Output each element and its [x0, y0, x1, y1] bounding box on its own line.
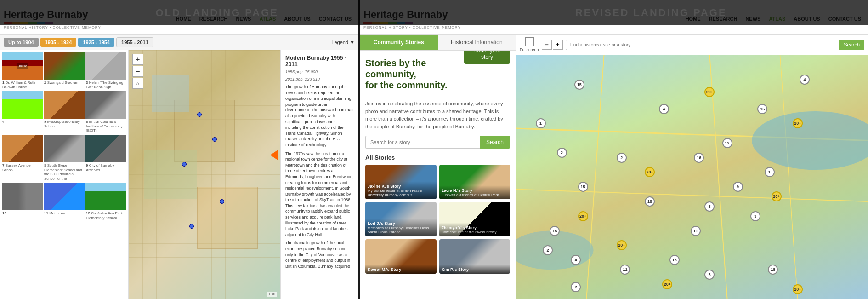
share-story-button[interactable]: Share your story	[464, 51, 510, 64]
water-body-2	[516, 231, 594, 270]
map-pin-2[interactable]	[212, 137, 217, 142]
story-author-kim: Kim P.'s Story	[442, 267, 508, 272]
map-pin-5[interactable]	[189, 224, 194, 229]
map-marker-18[interactable]: 15	[550, 226, 560, 236]
story-title-lorl: Memories of Burnaby Edmonds Lions Santa …	[368, 226, 434, 235]
gallery-item-5[interactable]: 5 Moscrop Secondary School	[44, 91, 85, 134]
story-card-lacie[interactable]: Lacie N.'s Story Fun with old friends at…	[439, 165, 511, 199]
map-search-button[interactable]: Search	[839, 40, 864, 50]
water-body	[752, 111, 868, 170]
map-marker-19[interactable]: 11	[691, 226, 701, 236]
story-card-kim[interactable]: Kim P.'s Story	[439, 239, 511, 274]
map-marker-31[interactable]: 4	[659, 104, 669, 114]
story-search-input[interactable]	[365, 136, 480, 149]
gallery-item-8[interactable]: 8 South Slope Elementary School and the …	[44, 135, 85, 182]
old-logo-subtitle: PERSONAL HISTORY • COLLECTIVE MEMORY	[4, 25, 101, 29]
gallery-item-12[interactable]: 12 Confederation Park Elementary School	[85, 183, 126, 221]
map-marker-25[interactable]: 6	[704, 270, 715, 280]
map-marker-32[interactable]: 18	[645, 196, 655, 207]
story-card-zhaniya[interactable]: Zhaniya Y.'s Story Cow costume at the 24…	[439, 202, 511, 236]
map-marker-30[interactable]: 2	[617, 153, 627, 163]
new-zoom-in-btn[interactable]: +	[553, 40, 563, 50]
gallery-caption-5: 5 Moscrop Secondary School	[44, 119, 85, 129]
stories-description: Join us in celebrating the essence of co…	[365, 100, 510, 130]
map-search-input[interactable]	[566, 40, 840, 50]
map-marker-22[interactable]: 15	[669, 255, 680, 265]
map-zone-4	[152, 75, 190, 112]
comparison-container: OLD LANDING PAGE REVISED LANDING PAGE He…	[0, 0, 868, 299]
map-marker-12[interactable]: 15	[578, 182, 588, 192]
map-marker-16[interactable]: 20+	[578, 211, 588, 221]
old-zoom-out-btn[interactable]: −	[132, 66, 143, 77]
stories-grid: Jaxine K.'s Story My last semester at Si…	[365, 165, 510, 274]
tab-community-stories[interactable]: Community Stories	[360, 34, 438, 50]
gallery-item-11[interactable]: 11 Metrotown	[44, 183, 85, 221]
map-selected-arrow	[270, 150, 278, 161]
gallery-item-4[interactable]: 4	[2, 91, 43, 134]
map-marker-15[interactable]: 8	[704, 201, 715, 212]
map-marker-6[interactable]: 20+	[793, 118, 803, 128]
new-zoom-out-btn[interactable]: −	[542, 40, 552, 50]
story-search-button[interactable]: Search	[480, 136, 510, 149]
tab-1955-2011[interactable]: 1955 - 2011	[116, 37, 153, 47]
map-marker-5[interactable]: 15	[757, 104, 767, 114]
old-map-bg: Esri	[129, 50, 280, 299]
tab-1925-1954[interactable]: 1925 - 1954	[78, 38, 114, 47]
gallery-item-9[interactable]: 9 City of Burnaby Archives	[85, 135, 126, 182]
map-marker-9[interactable]: 16	[694, 153, 704, 163]
map-marker-13[interactable]: 9	[733, 182, 743, 192]
map-marker-8[interactable]: 12	[722, 138, 732, 148]
new-page-label: REVISED LANDING PAGE	[434, 0, 868, 25]
gallery-item-6[interactable]: 6 British Columbia Institute of Technolo…	[85, 91, 126, 134]
story-card-keerat[interactable]: Keerat M.'s Story	[365, 239, 437, 274]
map-marker-21[interactable]: 20+	[617, 240, 627, 250]
tab-1905-1924[interactable]: 1905 - 1924	[40, 38, 77, 47]
gallery-item-7[interactable]: 7 Sussex Avenue School	[2, 135, 43, 182]
stories-body: Stories by the community,for the communi…	[360, 51, 516, 299]
map-marker-27[interactable]: 2	[571, 282, 581, 292]
map-pin-1[interactable]	[197, 112, 202, 117]
tab-up-to-1904[interactable]: Up to 1904	[4, 38, 39, 47]
map-marker-11[interactable]: 1	[765, 167, 775, 177]
story-author-lacie: Lacie N.'s Story	[442, 188, 508, 193]
map-marker-28[interactable]: 20+	[662, 279, 672, 289]
map-marker-7[interactable]: 2	[557, 148, 567, 158]
map-marker-24[interactable]: 11	[620, 264, 630, 275]
old-legend[interactable]: Legend ▼	[331, 40, 355, 45]
map-marker-17[interactable]: 3	[750, 211, 760, 221]
map-marker-26[interactable]: 18	[768, 264, 778, 275]
gallery-item-1[interactable]: House 1 Dr. William & Ruth Baldwin House	[2, 52, 43, 90]
old-home-btn[interactable]: ⌂	[132, 78, 143, 89]
gallery-item-3[interactable]: 3 Helen "The Swinging Girl" Neon Sign	[85, 52, 126, 90]
gallery-caption-3: 3 Helen "The Swinging Girl" Neon Sign	[85, 80, 126, 90]
map-marker-20[interactable]: 2	[543, 245, 553, 255]
story-author-jaxine: Jaxine K.'s Story	[368, 184, 434, 189]
gallery-item-10[interactable]: 10	[2, 183, 43, 221]
tab-historical-info[interactable]: Historical Information	[438, 34, 516, 50]
map-marker-3[interactable]: 4	[800, 75, 810, 85]
map-marker-14[interactable]: 20+	[772, 191, 782, 201]
gallery-caption-11: 11 Metrotown	[44, 210, 85, 217]
map-marker-4[interactable]: 1	[536, 118, 546, 128]
map-pin-3[interactable]	[182, 162, 187, 167]
old-text-pop1955: 1955 pop. 75,000	[285, 69, 354, 74]
svg-line-1	[516, 190, 868, 202]
map-marker-29[interactable]: 20+	[793, 284, 803, 294]
old-map: + − ⌂	[129, 50, 280, 299]
story-card-lorl[interactable]: Lorl J.'s Story Memories of Burnaby Edmo…	[365, 202, 437, 236]
map-pin-4[interactable]	[220, 199, 224, 204]
new-page: Heritage Burnaby PERSONAL HISTORY • COLL…	[360, 0, 868, 299]
map-marker-23[interactable]: 4	[571, 255, 581, 265]
story-search-bar: Search	[365, 136, 510, 149]
map-marker-10[interactable]: 20+	[645, 167, 655, 177]
story-card-jaxine[interactable]: Jaxine K.'s Story My last semester at Si…	[365, 165, 437, 199]
fullscreen-icon[interactable]	[525, 37, 534, 46]
old-zoom-in-btn[interactable]: +	[132, 54, 143, 65]
all-stories-label: All Stories	[365, 154, 510, 161]
new-map-bg: 15 20+ 4 1 15 20+ 2 12 16 20+ 1 15 9 20+…	[516, 55, 868, 299]
map-marker-2[interactable]: 20+	[704, 87, 715, 97]
esri-label: Esri	[267, 292, 277, 297]
gallery-item-2[interactable]: 2 Swangard Stadium	[44, 52, 85, 90]
map-marker-1[interactable]: 15	[574, 80, 584, 90]
new-map-panel: Fullscreen − + Search	[516, 34, 868, 299]
